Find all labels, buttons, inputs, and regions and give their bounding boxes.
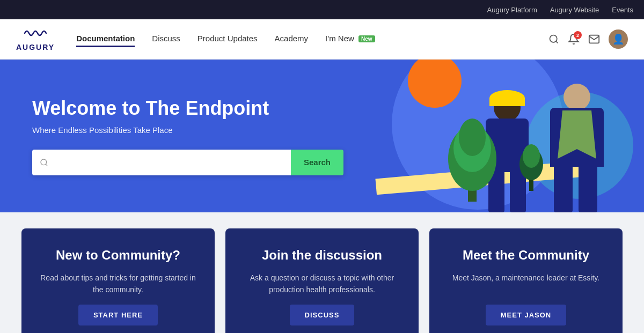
card-desc-new: Read about tips and tricks for getting s… [39, 272, 197, 296]
card-title-discuss: Join the discussion [262, 248, 382, 263]
new-to-community-card: New to Community? Read about tips and tr… [21, 228, 215, 333]
svg-point-2 [41, 159, 47, 165]
svg-point-7 [459, 119, 486, 156]
main-nav: Documentation Discuss Product Updates Ac… [76, 34, 548, 45]
hero-title: Welcome to The Endpoint [32, 97, 343, 120]
augury-platform-link[interactable]: Augury Platform [487, 6, 537, 14]
logo[interactable]: AUGURY [16, 27, 55, 51]
mail-button[interactable] [588, 33, 600, 45]
svg-line-3 [46, 164, 47, 166]
nav-academy[interactable]: Academy [275, 34, 309, 45]
svg-line-1 [556, 41, 558, 43]
svg-point-0 [550, 35, 557, 42]
logo-text: AUGURY [16, 43, 55, 51]
avatar[interactable]: 👤 [609, 29, 628, 49]
discuss-button[interactable]: DISCUSS [290, 305, 355, 325]
nav-discuss[interactable]: Discuss [152, 34, 180, 45]
search-button[interactable] [548, 34, 559, 45]
logo-icon [23, 27, 48, 42]
card-desc-meet: Meet Jason, a maintenance leader at Essi… [452, 272, 599, 296]
join-discussion-card: Join the discussion Ask a question or di… [225, 228, 419, 333]
hero-content: Welcome to The Endpoint Where Endless Po… [32, 97, 343, 175]
augury-website-link[interactable]: Augury Website [550, 6, 599, 14]
hero-search-bar: Search [32, 150, 343, 175]
hero-subtitle: Where Endless Possibilities Take Place [32, 125, 343, 135]
notifications-button[interactable]: 2 [568, 33, 580, 45]
hero-section: Welcome to The Endpoint Where Endless Po… [0, 60, 644, 212]
card-title-meet: Meet the Community [463, 248, 589, 263]
tree-decoration [440, 105, 504, 202]
notification-count: 2 [574, 31, 582, 39]
svg-point-10 [523, 144, 540, 168]
nav-product-updates[interactable]: Product Updates [197, 34, 258, 45]
search-icon [40, 158, 48, 167]
header: AUGURY Documentation Discuss Product Upd… [0, 19, 644, 60]
hero-search-input[interactable] [54, 158, 283, 167]
nav-im-new[interactable]: I'm New New [325, 34, 375, 45]
meet-community-card: Meet the Community Meet Jason, a mainten… [429, 228, 623, 333]
card-title-new: New to Community? [56, 248, 180, 263]
nav-documentation[interactable]: Documentation [76, 34, 135, 45]
new-badge: New [358, 35, 375, 42]
cards-section: New to Community? Read about tips and tr… [0, 212, 644, 333]
tree-decoration-small [515, 137, 547, 191]
top-bar: Augury Platform Augury Website Events [0, 0, 644, 19]
hero-search-button[interactable]: Search [291, 150, 343, 175]
header-actions: 2 👤 [548, 29, 628, 49]
meet-jason-button[interactable]: MEET JASON [486, 305, 567, 325]
start-here-button[interactable]: START HERE [78, 305, 158, 325]
card-desc-discuss: Ask a question or discuss a topic with o… [243, 272, 401, 296]
search-input-container[interactable] [32, 150, 291, 175]
events-link[interactable]: Events [612, 6, 633, 14]
